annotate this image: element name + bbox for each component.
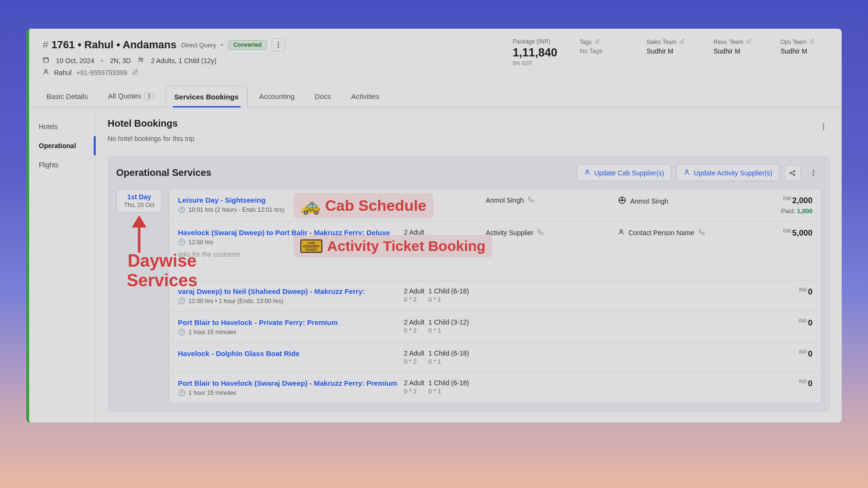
clock-icon: 🕐 (178, 239, 186, 246)
tags-label: Tags (580, 38, 627, 45)
tab-basic-details[interactable]: Basic Details (38, 86, 97, 107)
day-date: Thu, 10 Oct (120, 202, 159, 208)
service-info: Port Blair to Havelock (Swaraj Dweep) - … (178, 379, 397, 396)
day-card[interactable]: 1st Day Thu, 10 Oct (116, 189, 162, 213)
destination-name: Andamans (123, 39, 176, 51)
service-title[interactable]: Port Blair to Havelock (Swaraj Dweep) - … (178, 379, 397, 387)
phone-icon[interactable] (537, 228, 544, 237)
hotel-menu-button[interactable] (817, 120, 830, 133)
contact-phone: +91-9559753399 (77, 69, 127, 76)
svg-point-5 (142, 58, 143, 60)
gst-label: 5% GST (513, 60, 560, 66)
cab-schedule-annotation: 🚕 Cab Schedule (294, 193, 433, 218)
service-row: Port Blair to Havelock - Private Ferry: … (169, 312, 821, 343)
nights-days: 2N, 3D (110, 57, 131, 65)
svg-point-14 (794, 174, 795, 175)
service-title[interactable]: Havelock - Dolphin Glass Boat Ride (178, 349, 397, 358)
child-col: 1 Child (6-18) 0 * 1 (429, 287, 611, 303)
pax-summary: 2 Adults, 1 Child (12y) (151, 57, 217, 65)
users-icon (138, 56, 144, 65)
contact-col: Contact Person Name (618, 228, 743, 237)
sidebar-item-operational[interactable]: Operational (29, 136, 96, 155)
child-col: 1 Child (6-18) 0 * 1 (429, 349, 611, 365)
user-icon (584, 169, 591, 177)
sales-label: Sales Team (647, 38, 694, 45)
service-time: 🕐1 hour 15 minutes (178, 328, 397, 336)
clock-icon: 🕐 (178, 328, 186, 336)
svg-point-9 (823, 128, 824, 130)
edit-contact-icon[interactable] (132, 68, 139, 76)
svg-point-6 (45, 69, 47, 72)
trip-id: 1761 (51, 39, 75, 51)
resv-value: Sudhir M (714, 47, 761, 55)
child-col: 1 Child (6-18) 0 * 1 (429, 379, 611, 395)
price-col: INR0 (750, 287, 813, 297)
service-title[interactable]: Port Blair to Havelock - Private Ferry: … (178, 318, 397, 326)
header-right: Package (INR) 1,11,840 5% GST Tags No Ta… (513, 38, 828, 66)
service-list: Leisure Day - Sightseeing 🕐 10:01 hrs (2… (169, 189, 822, 403)
resv-block: Resv. Team Sudhir M (714, 38, 761, 55)
service-row: Havelock - Dolphin Glass Boat Ride 2 Adu… (169, 343, 821, 372)
operational-menu-button[interactable] (805, 165, 822, 181)
edit-resv-icon[interactable] (746, 38, 752, 45)
service-row: Havelock (Swaraj Dweep) to Port Balir - … (169, 222, 821, 281)
update-cab-supplier-button[interactable]: Update Cab Supplier(s) (577, 164, 671, 181)
operational-body: 1st Day Thu, 10 Oct Daywise Services Le (116, 189, 822, 403)
price-col: INR0 (750, 318, 813, 328)
steering-icon (618, 196, 626, 206)
clock-icon: 🕐 (178, 206, 186, 213)
trip-title: # 1761 • Rahul • Andamans (43, 39, 176, 51)
customer-name: Rahul (84, 39, 113, 51)
header-left: # 1761 • Rahul • Andamans Direct Query •… (43, 38, 285, 76)
svg-point-15 (813, 170, 814, 171)
edit-ops-icon[interactable] (809, 38, 815, 45)
tab-all-quotes[interactable]: All Quotes3 (99, 85, 163, 107)
taxi-icon: 🚕 (300, 196, 320, 215)
tab-docs[interactable]: Docs (306, 86, 340, 107)
svg-point-12 (790, 172, 791, 174)
tab-services-bookings[interactable]: Services Bookings (165, 86, 248, 108)
supplier-name: Anmol Singh (486, 196, 524, 204)
sales-block: Sales Team Sudhir M (647, 38, 694, 55)
sidebar-item-flights[interactable]: Flights (29, 155, 96, 174)
title-row: # 1761 • Rahul • Andamans Direct Query •… (43, 38, 285, 52)
trip-menu-button[interactable] (272, 38, 285, 52)
contact-name: Contact Person Name (628, 229, 694, 237)
service-info: varaj Dweep) to Neil (Shaheed Dweep) - M… (178, 287, 397, 304)
clock-icon: 🕐 (178, 389, 186, 396)
service-time: 🕐12:00 hrs • 1 hour (Ends: 13:00 hrs) (178, 297, 397, 304)
hash-icon: # (43, 39, 48, 51)
user-icon (683, 169, 690, 177)
update-activity-supplier-button[interactable]: Update Activity Supplier(s) (676, 164, 780, 181)
sales-value: Sudhir M (647, 47, 694, 55)
service-row: Port Blair to Havelock (Swaraj Dweep) - … (169, 372, 821, 403)
edit-sales-icon[interactable] (679, 38, 685, 45)
paid-line: Paid: 1,000 (750, 207, 813, 215)
price-amount: INR5,000 (750, 228, 813, 238)
svg-point-7 (823, 123, 824, 125)
svg-point-8 (823, 126, 824, 127)
operational-panel: Operational Services Update Cab Supplier… (108, 156, 830, 412)
edit-tags-icon[interactable] (594, 38, 600, 45)
sidebar-item-hotels[interactable]: Hotels (29, 117, 96, 136)
arrow-up-icon (125, 216, 154, 254)
svg-point-10 (586, 170, 588, 172)
package-block: Package (INR) 1,11,840 5% GST (513, 38, 560, 66)
tab-activities[interactable]: Activities (342, 86, 388, 107)
tab-accounting[interactable]: Accounting (251, 86, 303, 107)
phone-icon[interactable] (698, 228, 705, 237)
supplier-col: Anmol Singh (486, 196, 611, 204)
svg-point-19 (621, 200, 623, 201)
phone-icon[interactable] (527, 196, 534, 204)
package-amount: 1,11,840 (513, 46, 560, 59)
contact-row: Rahul +91-9559753399 (43, 68, 285, 76)
contact-col: Anmol Singh (618, 196, 743, 206)
operational-actions: Update Cab Supplier(s) Update Activity S… (577, 164, 822, 181)
svg-point-13 (794, 170, 795, 172)
price-col: INR5,000 (750, 228, 813, 238)
trip-meta-row: 10 Oct, 2024 • 2N, 3D 2 Adults, 1 Child … (43, 56, 285, 65)
price-amount: INR2,000 (750, 196, 813, 206)
share-button[interactable] (784, 165, 801, 181)
service-title[interactable]: varaj Dweep) to Neil (Shaheed Dweep) - M… (178, 287, 397, 295)
calendar-icon (43, 56, 49, 65)
